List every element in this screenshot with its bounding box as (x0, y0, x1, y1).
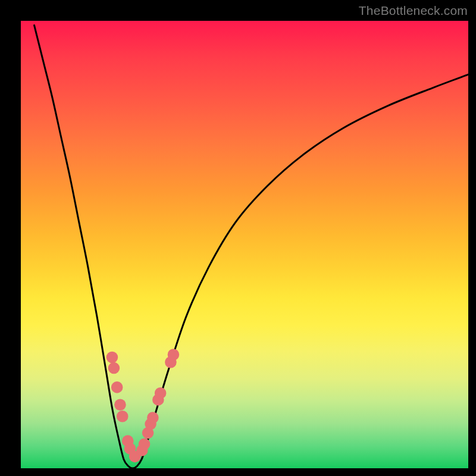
curve-marker (168, 349, 180, 361)
curve-marker (147, 412, 159, 424)
curve-markers (107, 349, 180, 462)
chart-stage: TheBottleneck.com (0, 0, 476, 476)
watermark-text: TheBottleneck.com (359, 4, 468, 18)
curve-marker (155, 387, 167, 399)
curve-marker (108, 362, 120, 374)
curve-marker (107, 352, 118, 364)
curve-marker (111, 381, 123, 393)
bottleneck-curve-path (35, 26, 468, 468)
curve-marker (139, 439, 151, 450)
plot-area (21, 21, 468, 468)
curve-marker (114, 399, 126, 411)
curve-svg (21, 21, 468, 468)
curve-marker (117, 411, 129, 422)
